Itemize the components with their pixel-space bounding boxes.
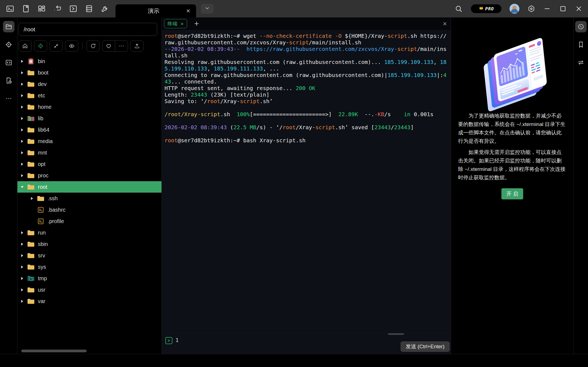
search-icon[interactable] bbox=[455, 5, 463, 13]
eye-button[interactable] bbox=[65, 40, 78, 52]
caret-right-icon[interactable] bbox=[21, 254, 27, 257]
caret-right-icon[interactable] bbox=[21, 82, 27, 86]
terminal-output[interactable]: root@ser7d82bt9izkth:~# wget --no-check-… bbox=[162, 30, 451, 333]
tree-item-mnt[interactable]: mnt bbox=[17, 147, 162, 158]
path-input[interactable] bbox=[19, 23, 157, 36]
tree-item-label: proc bbox=[37, 172, 48, 179]
terminal-line: root@ser7d82bt9izkth:~# wget --no-check-… bbox=[164, 33, 451, 39]
caret-right-icon[interactable] bbox=[21, 94, 27, 97]
monitor-description: 为了更精确地获取监控数据，并减少不必要的数据传输，系统会在 ~/.xtermin… bbox=[451, 109, 574, 184]
maximize-button[interactable] bbox=[559, 5, 567, 13]
tree-item-media[interactable]: media bbox=[17, 135, 162, 147]
file-history-icon[interactable] bbox=[3, 75, 14, 86]
tree-item-label: var bbox=[37, 298, 45, 304]
minimize-button[interactable] bbox=[543, 5, 551, 13]
tree-item-tmp[interactable]: tmp bbox=[17, 273, 162, 284]
avatar[interactable] bbox=[510, 4, 519, 14]
dots-icon[interactable] bbox=[115, 41, 128, 51]
panel-close-icon[interactable]: × bbox=[443, 20, 447, 27]
wrench-icon[interactable] bbox=[101, 5, 109, 13]
monitor-paragraph-2: 如果觉得无需开启监控功能，可以直接点击关闭。如果已经开启监控功能，随时可以删除 … bbox=[458, 148, 566, 182]
tree-item-root[interactable]: root bbox=[17, 181, 162, 193]
upload-button[interactable] bbox=[130, 40, 144, 52]
tree-item-label: srv bbox=[37, 252, 45, 259]
tab-close-icon[interactable]: × bbox=[185, 8, 192, 14]
monitor-paragraph-1: 为了更精确地获取监控数据，并减少不必要的数据传输，系统会在 ~/.xtermin… bbox=[458, 112, 566, 145]
caret-right-icon[interactable] bbox=[21, 242, 27, 246]
crosshair-button[interactable] bbox=[34, 40, 47, 52]
terminal-line: Resolving raw.githubusercontent.com (raw… bbox=[164, 59, 451, 65]
tree-item-run[interactable]: run bbox=[17, 227, 162, 238]
refresh-button[interactable] bbox=[87, 40, 100, 52]
caret-right-icon[interactable] bbox=[21, 277, 27, 280]
folder-icon[interactable] bbox=[3, 21, 14, 32]
tree-item-home[interactable]: home bbox=[17, 101, 162, 113]
caret-right-icon[interactable] bbox=[21, 300, 27, 303]
caret-right-icon[interactable] bbox=[21, 128, 27, 132]
caret-right-icon[interactable] bbox=[21, 71, 27, 75]
notebook-icon[interactable] bbox=[22, 5, 30, 13]
caret-right-icon[interactable] bbox=[21, 60, 27, 63]
tree-item-var[interactable]: var bbox=[17, 295, 162, 307]
folder-icon bbox=[27, 230, 37, 236]
tab-demo[interactable]: 演示 × bbox=[115, 4, 196, 17]
caret-right-icon[interactable] bbox=[21, 265, 27, 269]
collapse-arrows-button[interactable] bbox=[50, 40, 63, 52]
tree-item-etc[interactable]: etc bbox=[17, 90, 162, 101]
tree-item-label: boot bbox=[37, 70, 48, 76]
tree-item-label: dev bbox=[37, 81, 47, 87]
code-icon[interactable] bbox=[3, 57, 14, 68]
folder-icon bbox=[27, 92, 37, 99]
layout-grid-icon[interactable] bbox=[38, 5, 46, 13]
caret-right-icon[interactable] bbox=[21, 174, 27, 177]
tree-item-ssh[interactable]: .ssh bbox=[17, 193, 162, 204]
caret-right-icon[interactable] bbox=[21, 117, 27, 120]
settings-icon[interactable] bbox=[528, 5, 535, 13]
terminal-tab[interactable]: 终端 × bbox=[164, 19, 187, 28]
send-button[interactable]: 发送 (Ctrl+Enter) bbox=[401, 341, 450, 352]
tree-item-opt[interactable]: opt bbox=[17, 158, 162, 170]
tree-item-lib64[interactable]: lib64 bbox=[17, 124, 162, 135]
transfer-icon[interactable] bbox=[575, 57, 587, 68]
terminal-tab-close-icon[interactable]: × bbox=[181, 21, 184, 26]
run-box-icon[interactable] bbox=[69, 5, 77, 13]
heart-icon[interactable] bbox=[102, 41, 115, 51]
tree-item-lib[interactable]: lib bbox=[17, 113, 162, 124]
caret-right-icon[interactable] bbox=[31, 197, 37, 200]
gauge-icon[interactable] bbox=[575, 21, 587, 32]
monitor-consent-panel: 为了更精确地获取监控数据，并减少不必要的数据传输，系统会在 ~/.xtermin… bbox=[451, 17, 574, 354]
caret-right-icon[interactable] bbox=[21, 231, 27, 235]
tab-list-dropdown-button[interactable] bbox=[201, 4, 214, 14]
tree-item-profile[interactable]: .profile bbox=[17, 215, 162, 227]
bookmark-icon[interactable] bbox=[575, 39, 587, 50]
tree-item-usr[interactable]: usr bbox=[17, 284, 162, 295]
terminal-input-row[interactable]: > 1 发送 (Ctrl+Enter) bbox=[162, 333, 451, 354]
home-button[interactable] bbox=[19, 40, 32, 52]
horizontal-scrollbar[interactable] bbox=[21, 350, 87, 352]
caret-right-icon[interactable] bbox=[21, 288, 27, 292]
caret-right-icon[interactable] bbox=[21, 162, 27, 166]
server-icon[interactable] bbox=[85, 5, 93, 13]
caret-right-icon[interactable] bbox=[21, 151, 27, 155]
pro-badge[interactable]: PRO bbox=[471, 4, 501, 13]
tree-item-sys[interactable]: sys bbox=[17, 261, 162, 273]
tree-item-boot[interactable]: boot bbox=[17, 67, 162, 78]
crosshair-icon[interactable] bbox=[3, 39, 14, 50]
binary-icon: 0110 bbox=[27, 58, 37, 64]
tree-item-dev[interactable]: dev bbox=[17, 78, 162, 90]
more-dots-icon[interactable] bbox=[3, 93, 14, 104]
tree-item-srv[interactable]: srv bbox=[17, 250, 162, 261]
caret-right-icon[interactable] bbox=[21, 140, 27, 143]
terminal-icon[interactable] bbox=[6, 5, 14, 13]
close-button[interactable] bbox=[575, 5, 583, 13]
tree-item-sbin[interactable]: sbin bbox=[17, 238, 162, 250]
tree-item-proc[interactable]: proc bbox=[17, 170, 162, 181]
tree-item-bashrc[interactable]: .bashrc bbox=[17, 204, 162, 215]
tree-item-bin[interactable]: 0110bin bbox=[17, 55, 162, 67]
new-terminal-button[interactable]: + bbox=[194, 20, 199, 28]
caret-right-icon[interactable] bbox=[21, 105, 27, 109]
workflow-icon[interactable] bbox=[53, 5, 62, 13]
caret-down-icon[interactable] bbox=[21, 185, 27, 189]
terminal-line: 2026-02-02 08:39:43 (22.5 MB/s) - ‘/root… bbox=[164, 124, 451, 131]
enable-monitor-button[interactable]: 开 启 bbox=[501, 188, 523, 199]
